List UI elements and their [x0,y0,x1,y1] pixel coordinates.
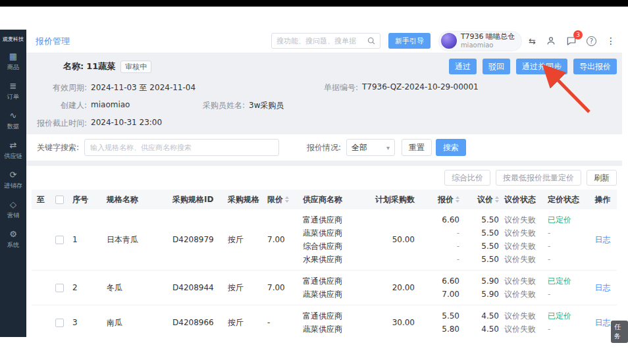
reject-button[interactable]: 驳回 [483,59,510,74]
switch-account-icon[interactable]: ⇆ [529,36,536,46]
sort-icon[interactable] [495,196,499,203]
guide-button[interactable]: 新手引导 [388,33,431,49]
row-checkbox[interactable] [55,284,64,292]
messages-icon[interactable]: 3 [566,36,577,46]
table-row: 3 南瓜 D4208966 按斤 - 富通供应商蔬菜供应商 30.00 5.50… [32,305,617,337]
kebab-menu-icon[interactable]: ⋮ [606,36,615,46]
quote-value: - [425,253,459,266]
task-tab[interactable]: 任务 [611,321,628,343]
reset-button[interactable]: 重置 [402,139,432,156]
user-meta: T7936 喵喵总仓 miaomiao [461,33,515,49]
price-status: - [548,288,589,301]
price-status: - [548,240,589,253]
supplier-name: 蔬菜供应商 [303,323,369,336]
row-checkbox-cell [50,319,68,327]
export-quotes-button[interactable]: 导出报价 [573,59,617,74]
sidebar-item-system[interactable]: ⚙ 系统 [0,224,26,254]
sidebar-item-marketing[interactable]: ◇ 营销 [0,195,26,224]
sidebar-item-supply-chain[interactable]: ⇄ 供应链 [0,136,26,165]
price-status: 已定价 [548,309,589,323]
column-header[interactable]: 议价 [465,194,504,205]
user-chip[interactable]: T7936 喵喵总仓 miaomiao [438,31,522,51]
sidebar-item-label: 进销存 [4,182,22,190]
supplier-names: 富通供应商蔬菜供应商综合供应商水果供应商 [303,213,369,266]
sort-icon[interactable] [456,196,459,203]
bargain-status: 议价失败 [504,213,548,226]
select-all-checkbox[interactable] [55,195,64,204]
supplier-name: 富通供应商 [303,213,369,226]
sidebar-item-inventory[interactable]: ⟳ 进销存 [0,165,26,195]
sidebar-item-label: 数据 [7,122,19,131]
system-icon: ⚙ [9,230,17,239]
price-status: 已定价 [548,274,589,288]
bargain-value: 5.50 [465,240,499,253]
supplier-names: 富通供应商蔬菜供应商 [303,274,369,301]
table-row: 1 日本青瓜 D4208979 按斤 7.00 富通供应商蔬菜供应商综合供应商水… [32,209,617,271]
avatar [441,33,457,49]
bargain-value: 5.50 [465,226,499,240]
spec-id: D4208944 [172,283,228,292]
notification-badge: 3 [573,30,583,39]
field-quote-deadline: 报价截止时间: 2024-10-31 23:00 [32,118,162,128]
name-label: 名称: [63,61,84,72]
sidebar-item-label: 系统 [7,241,19,249]
row-index: 2 [68,283,107,292]
status-badge: 审核中 [120,61,151,73]
keyword-search-input[interactable] [84,139,279,156]
column-header: 采购规格 [228,194,267,205]
help-icon[interactable]: ? [587,36,596,46]
supplier-names: 富通供应商蔬菜供应商 [303,309,369,336]
quote-table-body: 1 日本青瓜 D4208979 按斤 7.00 富通供应商蔬菜供应商综合供应商水… [32,209,617,337]
bargain-values: 5.905.90 [465,274,504,301]
log-link[interactable]: 日志 [595,283,611,292]
sidebar-item-goods[interactable]: ▦ 商品 [0,47,26,76]
column-header: 定价状态 [548,194,589,205]
keyword-label: 关键字搜索: [37,142,79,153]
sort-icon[interactable] [285,196,289,203]
field-buyer-name: 采购员姓名: 3w采购员 [190,100,284,110]
spec-name: 日本青瓜 [107,234,172,246]
compare-prices-button[interactable]: 综合比价 [444,170,490,186]
contact-admin-icon[interactable] [546,36,556,46]
column-header[interactable]: 报价 [425,194,465,205]
table-row: 2 冬瓜 D4208944 按斤 7.00 富通供应商蔬菜供应商 20.00 6… [32,271,617,305]
log-link[interactable]: 日志 [595,235,611,244]
field-label: 采购员姓名: [190,100,245,110]
column-header: 供应商名称 [303,194,369,205]
quotation-name: 11蔬菜 [86,61,115,72]
bargain-values: 4.504.50 [465,309,504,336]
bargain-value: 5.90 [465,274,499,288]
quote-status-select[interactable]: 全部 ▾ [346,139,395,156]
refresh-button[interactable]: 刷新 [587,170,617,186]
price-statuses: 已定价- [548,309,589,336]
purchase-spec: 按斤 [228,234,267,246]
topbar-right: 搜功能、搜问题、搜单据 新手引导 T7936 喵喵总仓 miaomiao ⇆ [271,31,615,51]
sidebar-item-orders[interactable]: ≣ 订单 [0,76,26,106]
sidebar-item-data[interactable]: ∿ 数据 [0,106,26,136]
bargain-statuses: 议价失败议价失败议价失败议价失败 [504,213,548,266]
table-actions: 综合比价 按最低报价批量定价 刷新 [32,166,617,190]
row-checkbox[interactable] [55,236,64,244]
approve-button[interactable]: 通过 [449,59,477,74]
price-status: - [548,253,589,266]
supplier-name: 富通供应商 [303,309,369,323]
column-header[interactable]: 限价 [267,194,303,205]
bargain-value: 4.50 [465,323,499,336]
supplier-name: 富通供应商 [303,274,369,288]
batch-price-by-lowest-button[interactable]: 按最低报价批量定价 [496,170,581,186]
bargain-statuses: 议价失败议价失败 [504,309,548,336]
bargain-status: 议价失败 [504,288,548,301]
row-checkbox[interactable] [55,319,64,327]
approve-and-sync-button[interactable]: 通过并同步 [516,59,567,74]
log-link[interactable]: 日志 [595,318,611,327]
column-header: 采购规格ID [172,194,228,205]
field-label: 单据编号: [303,82,358,92]
column-header: 序号 [68,194,107,205]
column-header: 至 [32,194,50,205]
global-search-input[interactable]: 搜功能、搜问题、搜单据 [271,33,380,49]
app-window: 观麦科技 ▦ 商品 ≣ 订单 ∿ 数据 ⇄ 供应链 ⟳ 进销存 ◇ 营销 ⚙ 系… [0,30,622,337]
bargain-status: 议价失败 [504,226,548,240]
breadcrumb[interactable]: 报价管理 [36,36,70,47]
spec-id: D4208966 [172,318,228,327]
search-button[interactable]: 搜索 [436,139,466,156]
